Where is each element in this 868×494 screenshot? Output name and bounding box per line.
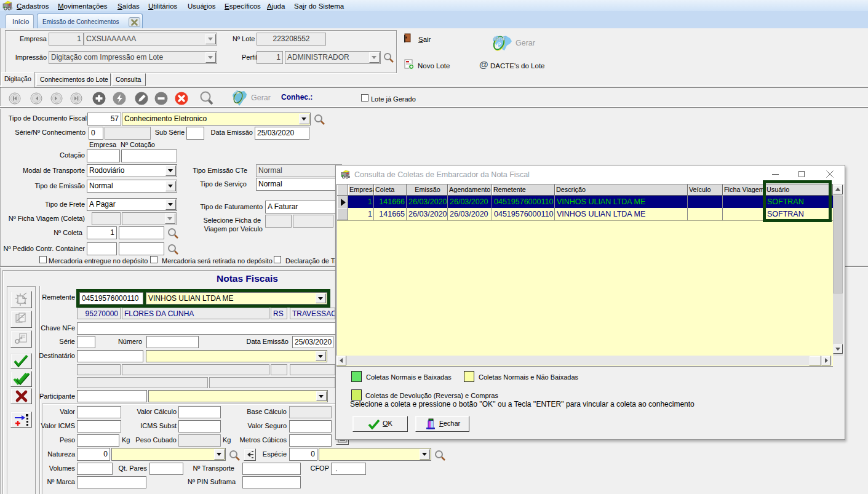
svg-text:e: e [496,39,501,49]
svg-text:cte: cte [233,90,239,95]
